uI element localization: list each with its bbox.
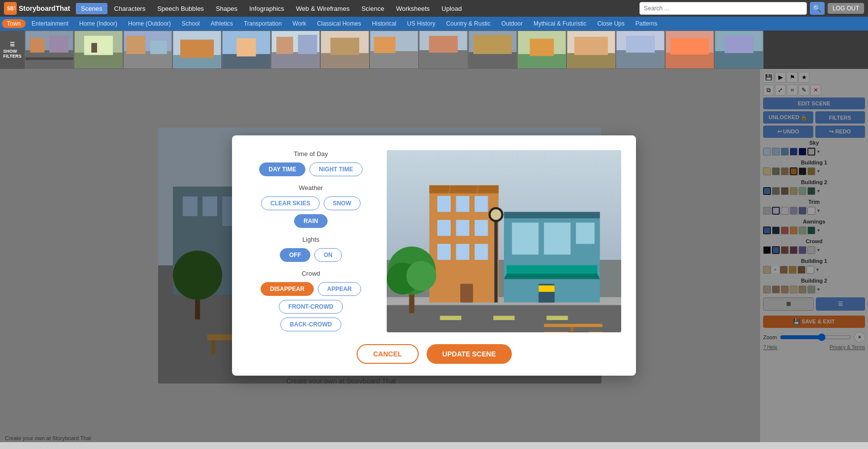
- thumb-14[interactable]: [665, 31, 714, 69]
- cancel-button[interactable]: CANCEL: [357, 344, 419, 364]
- time-of-day-label: Time of Day: [294, 150, 328, 158]
- svg-rect-89: [576, 223, 595, 244]
- svg-rect-36: [473, 35, 512, 54]
- back-crowd-button[interactable]: BACK-CROWD: [280, 318, 341, 331]
- filter-icon: ☰: [10, 41, 15, 48]
- cat-athletics[interactable]: Athletics: [206, 19, 238, 28]
- cat-entertainment[interactable]: Entertainment: [27, 19, 73, 28]
- cat-mythical-futuristic[interactable]: Mythical & Futuristic: [529, 19, 591, 28]
- svg-rect-51: [725, 36, 753, 53]
- svg-rect-4: [30, 38, 44, 53]
- svg-rect-23: [276, 37, 293, 54]
- modal-overlay: Time of Day DAY TIME NIGHT TIME Weather …: [0, 69, 868, 442]
- scene-controls: Time of Day DAY TIME NIGHT TIME Weather …: [247, 150, 375, 331]
- thumb-2[interactable]: [74, 31, 123, 69]
- update-scene-button[interactable]: UPDATE SCENE: [427, 344, 512, 364]
- cat-close-ups[interactable]: Close Ups: [592, 19, 629, 28]
- cat-work[interactable]: Work: [288, 19, 311, 28]
- lights-on-button[interactable]: ON: [314, 248, 342, 262]
- thumb-10[interactable]: [468, 31, 517, 69]
- thumb-3[interactable]: [123, 31, 172, 69]
- thumb-6[interactable]: [271, 31, 320, 69]
- cat-town[interactable]: Town: [2, 19, 26, 28]
- svg-rect-80: [456, 244, 469, 259]
- nav-characters[interactable]: Characters: [109, 3, 151, 14]
- search-input[interactable]: [639, 2, 807, 15]
- thumb-15[interactable]: [714, 31, 764, 69]
- snow-button[interactable]: SNOW: [324, 196, 361, 210]
- brand-name: StoryboardThat: [19, 4, 70, 12]
- rain-button[interactable]: RAIN: [294, 214, 327, 228]
- front-crowd-button[interactable]: FRONT-CROWD: [279, 300, 342, 314]
- svg-rect-68: [440, 316, 461, 320]
- disappear-button[interactable]: DISAPPEAR: [261, 282, 314, 296]
- svg-rect-50: [715, 51, 763, 68]
- cat-us-history[interactable]: US History: [402, 19, 440, 28]
- lights-group: Lights OFF ON: [247, 236, 375, 262]
- cat-historical[interactable]: Historical: [367, 19, 401, 28]
- nav-speech-bubbles[interactable]: Speech Bubbles: [152, 3, 209, 14]
- thumb-12[interactable]: [567, 31, 616, 69]
- weather-buttons: CLEAR SKIES SNOW RAIN: [247, 196, 375, 228]
- modal-footer: CANCEL UPDATE SCENE: [247, 344, 621, 364]
- svg-rect-85: [506, 265, 597, 274]
- clear-skies-button[interactable]: CLEAR SKIES: [261, 196, 320, 210]
- nighttime-button[interactable]: NIGHT TIME: [309, 162, 362, 176]
- cat-school[interactable]: School: [177, 19, 205, 28]
- nav-science[interactable]: Science: [357, 3, 389, 14]
- thumb-13[interactable]: [616, 31, 665, 69]
- nav-worksheets[interactable]: Worksheets: [391, 3, 434, 14]
- svg-rect-13: [126, 36, 145, 54]
- cat-home-indoor[interactable]: Home (Indoor): [74, 19, 122, 28]
- nav-infographics[interactable]: Infographics: [244, 3, 289, 14]
- svg-rect-24: [298, 35, 317, 54]
- svg-rect-38: [518, 54, 566, 68]
- thumb-4[interactable]: [172, 31, 222, 69]
- nav-shapes[interactable]: Shapes: [211, 3, 242, 14]
- thumb-5[interactable]: [222, 31, 271, 69]
- cat-patterns[interactable]: Patterns: [631, 19, 663, 28]
- nav-upload[interactable]: Upload: [436, 3, 467, 14]
- svg-rect-75: [475, 196, 488, 212]
- svg-rect-39: [530, 39, 554, 56]
- svg-rect-47: [666, 53, 713, 68]
- time-buttons: DAY TIME NIGHT TIME: [259, 162, 362, 176]
- svg-rect-9: [84, 36, 113, 55]
- svg-rect-33: [429, 36, 458, 53]
- thumb-9[interactable]: [419, 31, 468, 69]
- svg-point-103: [406, 261, 436, 291]
- cat-country-rustic[interactable]: Country & Rustic: [441, 19, 496, 28]
- cat-home-outdoor[interactable]: Home (Outdoor): [123, 19, 176, 28]
- svg-point-94: [491, 209, 501, 220]
- thumb-11[interactable]: [517, 31, 567, 69]
- svg-marker-86: [504, 274, 600, 279]
- svg-rect-5: [49, 36, 68, 53]
- cat-outdoor[interactable]: Outdoor: [497, 19, 528, 28]
- thumb-1[interactable]: [25, 31, 74, 69]
- svg-rect-87: [512, 223, 538, 255]
- svg-rect-29: [370, 51, 418, 68]
- nav-scenes[interactable]: Scenes: [76, 3, 107, 14]
- thumb-8[interactable]: [369, 31, 419, 69]
- svg-rect-76: [437, 220, 451, 236]
- thumb-7[interactable]: [320, 31, 369, 69]
- svg-rect-27: [331, 38, 359, 55]
- scene-preview-area: [387, 150, 621, 332]
- category-bar: Town Entertainment Home (Indoor) Home (O…: [0, 17, 868, 31]
- nav-web-wireframes[interactable]: Web & Wireframes: [291, 3, 355, 14]
- daytime-button[interactable]: DAY TIME: [259, 162, 305, 176]
- svg-text:SBT: SBT: [7, 6, 15, 11]
- cat-transportation[interactable]: Transportation: [239, 19, 287, 28]
- svg-rect-120: [568, 332, 589, 332]
- lights-off-button[interactable]: OFF: [280, 248, 310, 262]
- edit-scene-modal: Time of Day DAY TIME NIGHT TIME Weather …: [232, 135, 636, 376]
- search-button[interactable]: 🔍: [810, 2, 825, 15]
- cat-classical-homes[interactable]: Classical Homes: [312, 19, 366, 28]
- crowd-group: Crowd DISAPPEAR APPEAR FRONT-CROWD BACK-…: [247, 270, 375, 331]
- show-filters-button[interactable]: ☰ SHOWFILTERS: [0, 31, 25, 69]
- svg-rect-99: [570, 327, 573, 332]
- svg-rect-72: [430, 185, 499, 193]
- appear-button[interactable]: APPEAR: [318, 282, 361, 296]
- crowd-label: Crowd: [301, 270, 320, 277]
- logout-button[interactable]: LOG OUT: [828, 3, 864, 14]
